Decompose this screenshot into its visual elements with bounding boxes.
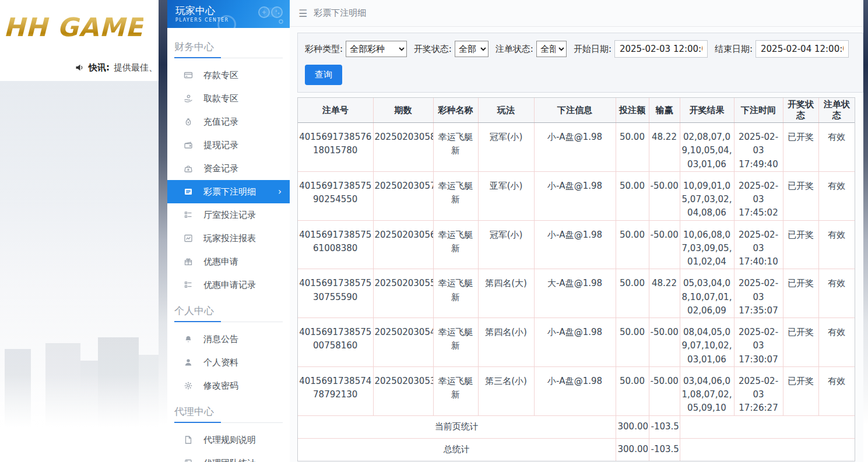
table-cell: 已开奖 bbox=[783, 318, 818, 367]
bell-icon bbox=[184, 334, 193, 344]
sidebar-item-book[interactable]: 代理团队统计 bbox=[167, 452, 290, 462]
sidebar-item-deposit-card[interactable]: 存款专区 bbox=[167, 64, 290, 87]
sidebar-item-bet-list[interactable]: 彩票下注明细› bbox=[167, 180, 290, 203]
table-cell: 50.00 bbox=[616, 318, 649, 367]
sidebar-item-report-chart[interactable]: 玩家投注报表 bbox=[167, 227, 290, 250]
table-cell: 幸运飞艇新 bbox=[433, 269, 478, 318]
start-date-input[interactable] bbox=[614, 40, 708, 58]
table-cell: 02,08,07,09,10,05,04,03,01,06 bbox=[680, 123, 734, 172]
sidebar-item-label: 修改密码 bbox=[203, 380, 238, 392]
table-cell: -50.00 bbox=[649, 318, 680, 367]
sidebar-item-money-bag[interactable]: 充值记录 bbox=[167, 110, 290, 133]
table-cell: 冠军(小) bbox=[478, 123, 534, 172]
decor-bubble bbox=[217, 15, 236, 28]
sidebar-item-clipboard-list[interactable]: 厅室投注记录 bbox=[167, 203, 290, 227]
summary-label: 当前页统计 bbox=[298, 415, 616, 438]
summary-label: 总统计 bbox=[298, 438, 616, 461]
content: 彩种类型: 全部彩种 开奖状态: 全部 注单状态: 全部 开始日期: 结束日期:… bbox=[290, 27, 863, 462]
background-strip-right bbox=[863, 0, 868, 462]
start-date-label: 开始日期: bbox=[574, 44, 612, 55]
clipboard-list-icon bbox=[184, 210, 193, 220]
hamburger-menu-icon[interactable]: ☰ bbox=[298, 8, 307, 19]
table-cell: 幸运飞艇新 bbox=[433, 220, 478, 269]
section-divider bbox=[174, 322, 283, 322]
table-cell: 401569173857590254550 bbox=[298, 171, 373, 220]
table-cell: 50.00 bbox=[616, 269, 649, 318]
table-cell: 小-A盘@1.98 bbox=[534, 123, 616, 172]
table-cell: 20250203055 bbox=[373, 269, 433, 318]
sidebar-item-clipboard-list[interactable]: 优惠申请记录 bbox=[167, 273, 290, 297]
sidebar-item-bell[interactable]: 消息公告 bbox=[167, 327, 290, 351]
bet-table-box: 注单号期数彩种名称玩法下注信息投注额输赢开奖结果下注时间开奖状态注单状态 401… bbox=[297, 97, 855, 461]
table-cell: 50.00 bbox=[616, 220, 649, 269]
search-button[interactable]: 查询 bbox=[305, 65, 342, 85]
table-cell: 2025-02-03 17:49:40 bbox=[734, 123, 783, 172]
end-date-input[interactable] bbox=[755, 40, 849, 58]
sidebar-section-title: 个人中心 bbox=[167, 297, 290, 322]
table-cell: 401569173857530755590 bbox=[298, 269, 373, 318]
bet-list-icon bbox=[184, 187, 193, 196]
main-header: ☰ 彩票下注明细 bbox=[290, 0, 863, 27]
order-status-label: 注单状态: bbox=[496, 44, 533, 55]
background-city-image bbox=[0, 81, 159, 462]
draw-status-label: 开奖状态: bbox=[414, 44, 452, 55]
draw-status-select[interactable]: 全部 bbox=[455, 41, 489, 57]
table-cell: 2025-02-03 17:35:07 bbox=[734, 269, 783, 318]
table-cell: -50.00 bbox=[649, 366, 680, 415]
withdraw-hand-icon bbox=[184, 94, 193, 103]
table-cell: 大-A盘@1.98 bbox=[534, 269, 616, 318]
table-cell: 已开奖 bbox=[783, 366, 818, 415]
table-cell: 10,06,08,07,03,09,05,01,02,04 bbox=[680, 220, 734, 269]
sidebar-item-label: 资金记录 bbox=[203, 163, 238, 174]
table-cell: 亚军(小) bbox=[478, 171, 534, 220]
page: HH GAME 快讯: 提供最佳、 玩家中心 PLAYERS CENTER bbox=[0, 0, 868, 462]
table-row: 40156917385747879213020250203053幸运飞艇新第三名… bbox=[298, 366, 855, 415]
column-header: 下注时间 bbox=[734, 98, 783, 123]
section-divider bbox=[174, 422, 283, 423]
table-cell: 小-A盘@1.98 bbox=[534, 366, 616, 415]
table-cell: 401569173857561008380 bbox=[298, 220, 373, 269]
sidebar-item-label: 消息公告 bbox=[203, 334, 238, 345]
lottery-type-select[interactable]: 全部彩种 bbox=[346, 41, 407, 57]
sidebar: 玩家中心 PLAYERS CENTER 财务中心存款专区取款专区充值记录提现记录… bbox=[167, 0, 290, 462]
table-cell: 20250203058 bbox=[373, 123, 433, 172]
sidebar-item-withdraw-hand[interactable]: 取款专区 bbox=[167, 87, 290, 110]
table-cell: 50.00 bbox=[616, 171, 649, 220]
sidebar-item-gift[interactable]: 优惠申请 bbox=[167, 250, 290, 273]
table-cell: 幸运飞艇新 bbox=[433, 366, 478, 415]
filter-panel: 彩种类型: 全部彩种 开奖状态: 全部 注单状态: 全部 开始日期: 结束日期:… bbox=[297, 33, 863, 93]
column-header: 玩法 bbox=[478, 98, 534, 123]
logo-area: HH GAME bbox=[0, 0, 159, 54]
sidebar-item-user[interactable]: 个人资料 bbox=[167, 351, 290, 374]
summary-empty bbox=[680, 415, 855, 438]
table-cell: 48.22 bbox=[649, 123, 680, 172]
table-cell: 48.22 bbox=[649, 269, 680, 318]
book-icon bbox=[184, 459, 193, 462]
news-ticker: 快讯: 提供最佳、 bbox=[0, 54, 159, 81]
sidebar-item-document[interactable]: 代理规则说明 bbox=[167, 428, 290, 452]
lottery-type-label: 彩种类型: bbox=[305, 44, 343, 55]
column-header: 输赢 bbox=[649, 98, 680, 123]
table-cell: 第四名(大) bbox=[478, 269, 534, 318]
table-cell: 08,04,05,09,07,10,02,03,01,06 bbox=[680, 318, 734, 367]
table-cell: 10,09,01,05,07,03,02,04,08,06 bbox=[680, 171, 734, 220]
sidebar-item-wallet[interactable]: 提现记录 bbox=[167, 133, 290, 157]
table-cell: 幸运飞艇新 bbox=[433, 171, 478, 220]
order-status-select[interactable]: 全部 bbox=[536, 41, 567, 57]
ticker-label: 快讯: bbox=[89, 62, 110, 73]
sidebar-item-label: 代理团队统计 bbox=[203, 458, 256, 462]
table-cell: 20250203054 bbox=[373, 318, 433, 367]
sidebar-item-purse[interactable]: 资金记录 bbox=[167, 157, 290, 180]
sidebar-item-label: 彩票下注明细 bbox=[203, 186, 256, 198]
main-area: ☰ 彩票下注明细 彩种类型: 全部彩种 开奖状态: 全部 注单状态: 全部 开始… bbox=[290, 0, 863, 462]
table-cell: 冠军(小) bbox=[478, 220, 534, 269]
page-title: 彩票下注明细 bbox=[314, 8, 366, 19]
table-cell: 2025-02-03 17:30:07 bbox=[734, 318, 783, 367]
gear-icon bbox=[184, 381, 193, 390]
ticker-text: 提供最佳、 bbox=[114, 62, 157, 73]
sidebar-item-label: 玩家投注报表 bbox=[203, 233, 256, 244]
sidebar-item-label: 提现记录 bbox=[203, 140, 238, 151]
sidebar-item-label: 存款专区 bbox=[203, 70, 238, 81]
sidebar-item-gear[interactable]: 修改密码 bbox=[167, 374, 290, 397]
clipboard-list-icon bbox=[184, 280, 193, 290]
